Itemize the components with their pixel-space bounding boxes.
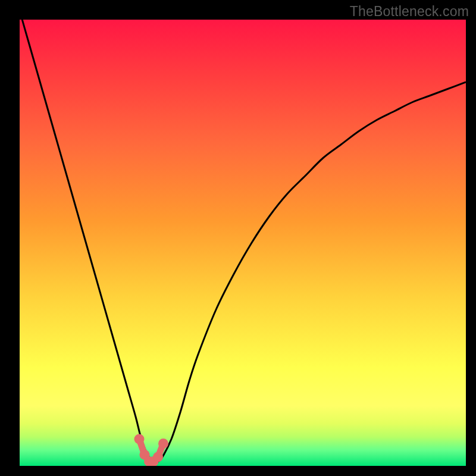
- chart-frame: TheBottleneck.com: [0, 0, 476, 476]
- optimal-marker: [153, 452, 163, 462]
- optimal-marker: [134, 434, 145, 444]
- watermark-text: TheBottleneck.com: [350, 4, 469, 20]
- bottleneck-curve: [20, 20, 466, 462]
- chart-svg: [20, 20, 466, 466]
- plot-area: [20, 20, 466, 466]
- optimal-region-markers: [134, 434, 169, 466]
- optimal-marker: [158, 439, 168, 449]
